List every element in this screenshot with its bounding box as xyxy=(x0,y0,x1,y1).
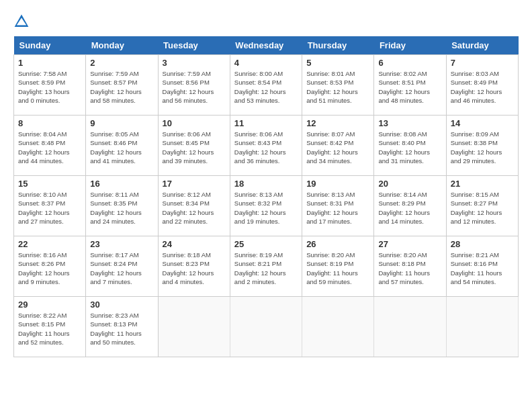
day-info: Sunrise: 8:15 AMSunset: 8:27 PMDaylight:… xyxy=(451,190,514,226)
day-info: Sunrise: 8:20 AMSunset: 8:18 PMDaylight:… xyxy=(378,250,441,286)
calendar-cell: 3Sunrise: 7:59 AMSunset: 8:56 PMDaylight… xyxy=(158,55,230,116)
day-number: 14 xyxy=(451,118,514,128)
calendar-week-3: 22Sunrise: 8:16 AMSunset: 8:26 PMDayligh… xyxy=(14,236,519,297)
day-number: 20 xyxy=(378,179,441,189)
day-info: Sunrise: 8:23 AMSunset: 8:13 PMDaylight:… xyxy=(90,311,153,347)
day-header-wednesday: Wednesday xyxy=(230,36,302,55)
calendar-cell: 2Sunrise: 7:59 AMSunset: 8:57 PMDaylight… xyxy=(86,55,158,116)
calendar-cell xyxy=(374,297,446,357)
day-info: Sunrise: 8:20 AMSunset: 8:19 PMDaylight:… xyxy=(306,250,369,286)
day-number: 8 xyxy=(18,118,81,128)
calendar-cell: 17Sunrise: 8:12 AMSunset: 8:34 PMDayligh… xyxy=(158,176,230,236)
calendar-cell: 30Sunrise: 8:23 AMSunset: 8:13 PMDayligh… xyxy=(86,297,158,357)
day-number: 10 xyxy=(163,118,226,128)
calendar-cell: 29Sunrise: 8:22 AMSunset: 8:15 PMDayligh… xyxy=(14,297,86,357)
calendar-cell: 18Sunrise: 8:13 AMSunset: 8:32 PMDayligh… xyxy=(230,176,302,236)
logo xyxy=(13,13,32,30)
calendar-week-1: 8Sunrise: 8:04 AMSunset: 8:48 PMDaylight… xyxy=(14,116,519,176)
day-info: Sunrise: 7:59 AMSunset: 8:56 PMDaylight:… xyxy=(163,69,226,105)
day-info: Sunrise: 8:02 AMSunset: 8:51 PMDaylight:… xyxy=(378,69,441,105)
day-info: Sunrise: 8:03 AMSunset: 8:49 PMDaylight:… xyxy=(451,69,514,105)
day-info: Sunrise: 8:08 AMSunset: 8:40 PMDaylight:… xyxy=(378,130,441,165)
calendar-cell: 5Sunrise: 8:01 AMSunset: 8:53 PMDaylight… xyxy=(302,55,374,116)
calendar-cell: 9Sunrise: 8:05 AMSunset: 8:46 PMDaylight… xyxy=(86,116,158,176)
day-info: Sunrise: 7:59 AMSunset: 8:57 PMDaylight:… xyxy=(90,69,153,105)
calendar-cell: 20Sunrise: 8:14 AMSunset: 8:29 PMDayligh… xyxy=(374,176,446,236)
calendar-week-0: 1Sunrise: 7:58 AMSunset: 8:59 PMDaylight… xyxy=(14,55,519,116)
day-number: 6 xyxy=(378,58,441,68)
day-info: Sunrise: 8:17 AMSunset: 8:24 PMDaylight:… xyxy=(90,250,153,286)
calendar-cell: 14Sunrise: 8:09 AMSunset: 8:38 PMDayligh… xyxy=(446,116,518,176)
day-number: 18 xyxy=(234,179,298,189)
day-number: 26 xyxy=(306,239,369,249)
calendar-cell: 25Sunrise: 8:19 AMSunset: 8:21 PMDayligh… xyxy=(230,236,302,297)
day-info: Sunrise: 7:58 AMSunset: 8:59 PMDaylight:… xyxy=(18,69,81,105)
day-number: 17 xyxy=(163,179,226,189)
calendar-cell: 7Sunrise: 8:03 AMSunset: 8:49 PMDaylight… xyxy=(446,55,518,116)
logo-icon xyxy=(13,13,30,30)
day-number: 7 xyxy=(451,58,514,68)
day-info: Sunrise: 8:19 AMSunset: 8:21 PMDaylight:… xyxy=(234,250,298,286)
day-info: Sunrise: 8:06 AMSunset: 8:45 PMDaylight:… xyxy=(163,130,226,165)
day-info: Sunrise: 8:13 AMSunset: 8:32 PMDaylight:… xyxy=(234,190,298,226)
calendar-cell: 28Sunrise: 8:21 AMSunset: 8:16 PMDayligh… xyxy=(446,236,518,297)
day-number: 5 xyxy=(306,58,369,68)
day-number: 4 xyxy=(234,58,298,68)
day-number: 24 xyxy=(163,239,226,249)
calendar-cell: 13Sunrise: 8:08 AMSunset: 8:40 PMDayligh… xyxy=(374,116,446,176)
calendar-cell: 8Sunrise: 8:04 AMSunset: 8:48 PMDaylight… xyxy=(14,116,86,176)
page-header xyxy=(13,13,519,30)
day-info: Sunrise: 8:09 AMSunset: 8:38 PMDaylight:… xyxy=(451,130,514,165)
day-number: 3 xyxy=(163,58,226,68)
calendar-cell: 6Sunrise: 8:02 AMSunset: 8:51 PMDaylight… xyxy=(374,55,446,116)
day-info: Sunrise: 8:05 AMSunset: 8:46 PMDaylight:… xyxy=(90,130,153,165)
calendar-cell: 15Sunrise: 8:10 AMSunset: 8:37 PMDayligh… xyxy=(14,176,86,236)
day-number: 15 xyxy=(18,179,81,189)
calendar-week-2: 15Sunrise: 8:10 AMSunset: 8:37 PMDayligh… xyxy=(14,176,519,236)
calendar-cell: 26Sunrise: 8:20 AMSunset: 8:19 PMDayligh… xyxy=(302,236,374,297)
calendar-cell xyxy=(446,297,518,357)
calendar-cell: 4Sunrise: 8:00 AMSunset: 8:54 PMDaylight… xyxy=(230,55,302,116)
day-number: 16 xyxy=(90,179,153,189)
day-number: 13 xyxy=(378,118,441,128)
calendar-cell: 24Sunrise: 8:18 AMSunset: 8:23 PMDayligh… xyxy=(158,236,230,297)
day-number: 25 xyxy=(234,239,298,249)
calendar-cell: 19Sunrise: 8:13 AMSunset: 8:31 PMDayligh… xyxy=(302,176,374,236)
day-header-thursday: Thursday xyxy=(302,36,374,55)
day-info: Sunrise: 8:12 AMSunset: 8:34 PMDaylight:… xyxy=(163,190,226,226)
calendar-cell: 12Sunrise: 8:07 AMSunset: 8:42 PMDayligh… xyxy=(302,116,374,176)
day-info: Sunrise: 8:14 AMSunset: 8:29 PMDaylight:… xyxy=(378,190,441,226)
calendar-cell: 11Sunrise: 8:06 AMSunset: 8:43 PMDayligh… xyxy=(230,116,302,176)
calendar-cell: 23Sunrise: 8:17 AMSunset: 8:24 PMDayligh… xyxy=(86,236,158,297)
calendar-cell: 27Sunrise: 8:20 AMSunset: 8:18 PMDayligh… xyxy=(374,236,446,297)
calendar-cell: 1Sunrise: 7:58 AMSunset: 8:59 PMDaylight… xyxy=(14,55,86,116)
day-number: 19 xyxy=(306,179,369,189)
calendar-cell xyxy=(302,297,374,357)
day-info: Sunrise: 8:21 AMSunset: 8:16 PMDaylight:… xyxy=(451,250,514,286)
calendar-week-4: 29Sunrise: 8:22 AMSunset: 8:15 PMDayligh… xyxy=(14,297,519,357)
day-info: Sunrise: 8:16 AMSunset: 8:26 PMDaylight:… xyxy=(18,250,81,286)
day-info: Sunrise: 8:18 AMSunset: 8:23 PMDaylight:… xyxy=(163,250,226,286)
day-header-sunday: Sunday xyxy=(14,36,86,55)
day-number: 28 xyxy=(451,239,514,249)
day-info: Sunrise: 8:06 AMSunset: 8:43 PMDaylight:… xyxy=(234,130,298,165)
day-info: Sunrise: 8:00 AMSunset: 8:54 PMDaylight:… xyxy=(234,69,298,105)
day-info: Sunrise: 8:13 AMSunset: 8:31 PMDaylight:… xyxy=(306,190,369,226)
calendar-cell xyxy=(158,297,230,357)
day-number: 22 xyxy=(18,239,81,249)
day-number: 27 xyxy=(378,239,441,249)
day-number: 9 xyxy=(90,118,153,128)
calendar-table: SundayMondayTuesdayWednesdayThursdayFrid… xyxy=(13,36,519,357)
day-number: 1 xyxy=(18,58,81,68)
day-info: Sunrise: 8:01 AMSunset: 8:53 PMDaylight:… xyxy=(306,69,369,105)
day-info: Sunrise: 8:04 AMSunset: 8:48 PMDaylight:… xyxy=(18,130,81,165)
day-header-saturday: Saturday xyxy=(446,36,518,55)
day-info: Sunrise: 8:07 AMSunset: 8:42 PMDaylight:… xyxy=(306,130,369,165)
calendar-cell: 16Sunrise: 8:11 AMSunset: 8:35 PMDayligh… xyxy=(86,176,158,236)
day-header-friday: Friday xyxy=(374,36,446,55)
day-header-tuesday: Tuesday xyxy=(158,36,230,55)
day-number: 2 xyxy=(90,58,153,68)
day-number: 21 xyxy=(451,179,514,189)
calendar-cell: 10Sunrise: 8:06 AMSunset: 8:45 PMDayligh… xyxy=(158,116,230,176)
day-header-monday: Monday xyxy=(86,36,158,55)
